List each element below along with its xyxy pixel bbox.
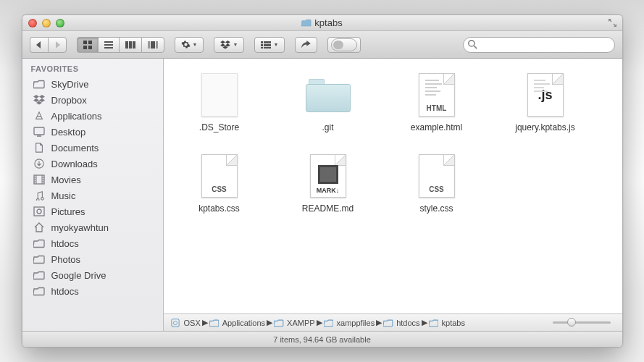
file-item[interactable]: .jsjquery.kptabs.js xyxy=(506,72,585,132)
sidebar-item-label: SkyDrive xyxy=(51,79,89,90)
folder-icon xyxy=(209,319,219,327)
action-button[interactable]: ▼ xyxy=(175,37,204,53)
svg-rect-18 xyxy=(264,47,271,49)
path-crumb-label: kptabs xyxy=(442,319,465,327)
quicklook-toggle[interactable] xyxy=(327,37,361,53)
view-mode-buttons xyxy=(77,37,164,53)
close-button[interactable] xyxy=(28,19,37,28)
file-item[interactable]: .DS_Store xyxy=(180,72,259,132)
svg-rect-14 xyxy=(264,41,271,43)
file-icon: .js xyxy=(527,73,564,117)
icon-size-slider[interactable] xyxy=(553,321,611,324)
file-name: README.md xyxy=(302,203,354,214)
file-item[interactable]: MARK↓README.md xyxy=(288,153,368,214)
disk-icon xyxy=(171,319,181,327)
sidebar-item-label: Dropbox xyxy=(51,95,87,106)
sidebar-item-label: htdocs xyxy=(51,238,79,249)
arrange-button[interactable]: ▼ xyxy=(254,37,285,53)
sidebar-item-label: Desktop xyxy=(51,127,86,138)
path-crumb-label: Applications xyxy=(222,319,265,327)
sidebar-item-myokyawhtun[interactable]: myokyawhtun xyxy=(22,219,163,235)
window-title-text: kptabs xyxy=(314,17,342,28)
list-view-button[interactable] xyxy=(98,37,119,53)
folder-icon xyxy=(33,237,46,249)
window-title: kptabs xyxy=(22,17,622,28)
svg-rect-4 xyxy=(104,41,113,43)
files-grid[interactable]: .DS_Store.gitHTMLexample.html.jsjquery.k… xyxy=(164,59,622,313)
file-item[interactable]: .git xyxy=(288,72,368,132)
sidebar-item-label: Pictures xyxy=(51,206,85,217)
titlebar: kptabs xyxy=(22,15,622,31)
path-crumb[interactable]: OSX xyxy=(171,319,201,327)
path-crumb[interactable]: kptabs xyxy=(429,319,465,327)
folder-icon xyxy=(429,319,439,327)
sidebar-item-skydrive[interactable]: SkyDrive xyxy=(22,76,163,92)
back-button[interactable] xyxy=(30,37,48,53)
documents-icon xyxy=(33,142,46,153)
sidebar-item-dropbox[interactable]: Dropbox xyxy=(22,92,163,108)
forward-button[interactable] xyxy=(48,37,67,53)
folder-icon xyxy=(306,77,351,112)
coverflow-view-button[interactable] xyxy=(141,37,164,53)
sidebar: FAVORITES SkyDriveDropboxApplicationsDes… xyxy=(22,59,164,331)
zoom-button[interactable] xyxy=(56,19,64,28)
svg-rect-35 xyxy=(171,319,178,326)
applications-icon xyxy=(33,110,46,122)
downloads-icon xyxy=(33,158,46,169)
svg-point-34 xyxy=(37,209,41,214)
svg-rect-33 xyxy=(34,207,44,216)
column-view-button[interactable] xyxy=(119,37,141,53)
svg-rect-12 xyxy=(156,41,158,49)
svg-rect-15 xyxy=(261,44,263,46)
file-name: jquery.kptabs.js xyxy=(515,122,574,132)
file-item[interactable]: HTMLexample.html xyxy=(397,72,477,132)
sidebar-item-movies[interactable]: Movies xyxy=(22,172,163,188)
sidebar-item-downloads[interactable]: Downloads xyxy=(22,156,163,172)
chevron-right-icon: ▶ xyxy=(376,318,382,327)
folder-icon xyxy=(324,319,334,327)
svg-rect-8 xyxy=(129,41,132,49)
path-crumb-label: OSX xyxy=(184,319,201,327)
folder-icon xyxy=(33,253,46,265)
dropbox-button[interactable]: ▼ xyxy=(214,37,244,53)
search-field[interactable] xyxy=(463,37,615,53)
desktop-icon xyxy=(33,126,46,138)
icon-view-button[interactable] xyxy=(77,37,98,53)
sidebar-item-documents[interactable]: Documents xyxy=(22,140,163,156)
sidebar-item-desktop[interactable]: Desktop xyxy=(22,124,163,140)
path-crumb[interactable]: Applications xyxy=(209,319,265,327)
svg-rect-21 xyxy=(34,127,44,135)
sidebar-item-google-drive[interactable]: Google Drive xyxy=(22,267,163,283)
sidebar-item-htdocs[interactable]: htdocs xyxy=(22,283,163,299)
nav-buttons xyxy=(30,37,67,53)
svg-point-36 xyxy=(173,321,177,324)
sidebar-item-pictures[interactable]: Pictures xyxy=(22,203,163,219)
sidebar-item-htdocs[interactable]: htdocs xyxy=(22,235,163,251)
path-crumb[interactable]: XAMPP xyxy=(274,319,315,327)
svg-rect-1 xyxy=(88,41,92,44)
fullscreen-icon[interactable] xyxy=(609,19,616,27)
file-name: .git xyxy=(322,122,333,132)
sidebar-item-label: Movies xyxy=(51,174,81,185)
folder-icon xyxy=(33,78,46,90)
minimize-button[interactable] xyxy=(42,19,51,28)
file-icon: HTML xyxy=(419,73,455,117)
file-item[interactable]: CSSstyle.css xyxy=(397,153,477,214)
sidebar-item-music[interactable]: Music xyxy=(22,188,163,203)
sidebar-item-applications[interactable]: Applications xyxy=(22,108,163,124)
arrange-icon xyxy=(261,41,271,49)
svg-rect-5 xyxy=(104,44,113,46)
share-icon xyxy=(301,41,311,49)
sidebar-header: FAVORITES xyxy=(22,62,163,76)
path-crumb[interactable]: htdocs xyxy=(383,319,419,327)
svg-rect-17 xyxy=(261,47,263,49)
sidebar-item-photos[interactable]: Photos xyxy=(22,251,163,267)
path-crumb[interactable]: xamppfiles xyxy=(324,319,375,327)
home-icon xyxy=(33,222,46,233)
sidebar-item-label: Google Drive xyxy=(51,270,106,281)
svg-rect-9 xyxy=(133,41,135,49)
pictures-icon xyxy=(33,206,46,217)
svg-point-19 xyxy=(468,40,474,46)
file-item[interactable]: CSSkptabs.css xyxy=(180,153,259,214)
share-button[interactable] xyxy=(295,37,317,53)
